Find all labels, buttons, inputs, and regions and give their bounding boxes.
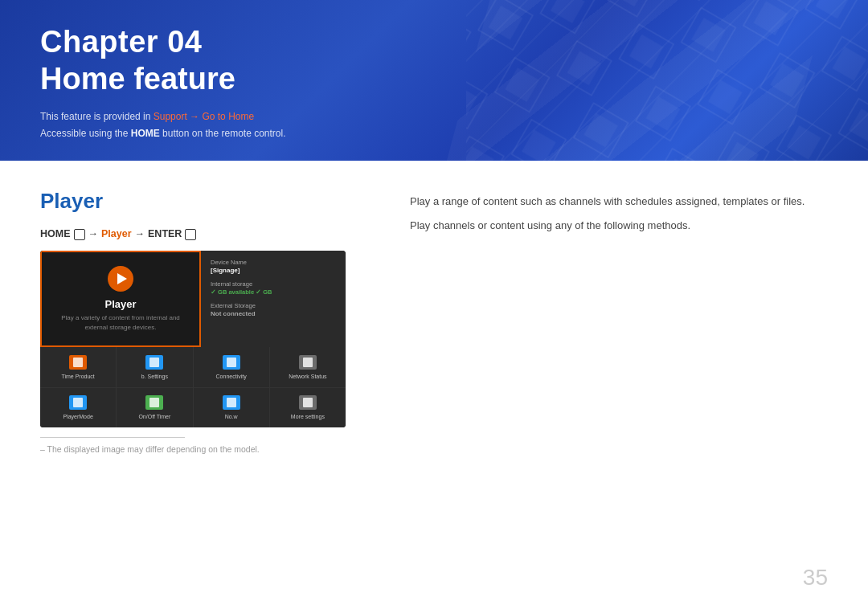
screen-top: Player Play a variety of content from in… <box>40 251 346 347</box>
menu-icon <box>69 355 87 370</box>
right-text-line2: Play channels or content using any of th… <box>410 217 828 235</box>
right-column: Play a range of content such as channels… <box>410 189 828 454</box>
menu-icon <box>299 355 317 370</box>
internal-storage-label: Internal storage <box>211 280 336 288</box>
enter-icon <box>185 229 196 240</box>
player-panel: Player Play a variety of content from in… <box>40 251 201 347</box>
nav-enter-label: ENTER <box>148 228 182 239</box>
menu-label: Network Status <box>289 374 326 379</box>
desc-link: Support → Go to Home <box>154 111 254 122</box>
menu-icon-inner <box>149 358 159 367</box>
mockup-player-sub: Play a variety of content from internal … <box>54 313 187 331</box>
desc-accessible: Accessible using the <box>40 128 131 139</box>
menu-label: On/Off Timer <box>138 414 170 419</box>
device-name-item: Device Name [Signage] <box>211 259 336 274</box>
menu-icon <box>223 355 240 370</box>
info-panel: Device Name [Signage] Internal storage ✓… <box>201 251 346 347</box>
menu-icon-inner <box>73 398 83 407</box>
menu-label: PlayerMode <box>63 414 92 419</box>
desc-prefix: This feature is provided in <box>40 111 154 122</box>
external-storage-value: Not connected <box>211 310 336 317</box>
menu-item: Connectivity <box>194 347 269 387</box>
menu-icon <box>299 395 317 410</box>
section-title: Player <box>40 189 362 214</box>
main-content: Player HOME → Player → ENTER Player Play… <box>0 161 868 478</box>
menu-icon <box>145 355 163 370</box>
menu-item: PlayerMode <box>40 388 116 428</box>
mockup-player-label: Player <box>104 298 136 310</box>
home-icon <box>74 229 85 240</box>
internal-storage-value: ✓ GB available ✓ GB <box>211 288 336 296</box>
menu-icon <box>223 395 240 410</box>
left-column: Player HOME → Player → ENTER Player Play… <box>40 189 362 454</box>
menu-item: More settings <box>270 388 346 428</box>
menu-item: No.w <box>194 388 269 428</box>
right-text-line1: Play a range of content such as channels… <box>410 193 828 210</box>
svg-rect-2 <box>466 0 868 161</box>
menu-item: On/Off Timer <box>117 388 192 428</box>
header-banner: Chapter 04 Home feature This feature is … <box>0 0 868 161</box>
page-number: 35 <box>803 565 828 591</box>
menu-item: Network Status <box>270 347 346 387</box>
play-icon-circle <box>108 266 133 292</box>
menu-label: b. Settings <box>141 374 168 379</box>
footnote: – The displayed image may differ dependi… <box>40 444 362 454</box>
desc-home-bold: HOME <box>131 128 160 139</box>
chapter-title: Home feature <box>40 61 828 98</box>
menu-icon <box>145 395 163 410</box>
device-name-label: Device Name <box>211 259 336 266</box>
screen-menu-grid: Time Productb. SettingsConnectivityNetwo… <box>40 347 346 427</box>
header-description: This feature is provided in Support → Go… <box>40 108 828 141</box>
menu-item: b. Settings <box>117 347 192 387</box>
nav-arrow-1: → <box>88 228 99 239</box>
internal-storage-item: Internal storage ✓ GB available ✓ GB <box>211 280 336 296</box>
nav-instruction: HOME → Player → ENTER <box>40 228 362 239</box>
nav-home-label: HOME <box>40 228 71 239</box>
menu-label: No.w <box>225 414 238 419</box>
external-storage-item: External Storage Not connected <box>211 302 336 317</box>
desc-suffix: button on the remote control. <box>160 128 286 139</box>
menu-label: Time Product <box>61 374 94 379</box>
menu-icon-inner <box>303 358 313 367</box>
menu-item: Time Product <box>40 347 116 387</box>
menu-icon-inner <box>227 398 236 407</box>
nav-player-label: Player <box>101 228 132 239</box>
menu-icon-inner <box>149 398 159 407</box>
menu-label: More settings <box>291 414 325 419</box>
play-triangle-icon <box>117 273 127 284</box>
chapter-number: Chapter 04 <box>40 26 828 59</box>
menu-icon-inner <box>73 358 83 367</box>
menu-icon-inner <box>227 358 236 367</box>
screen-mockup: Player Play a variety of content from in… <box>40 251 346 427</box>
menu-icon-inner <box>303 398 313 407</box>
nav-arrow-2: → <box>135 228 145 239</box>
menu-label: Connectivity <box>216 374 247 379</box>
device-name-value: [Signage] <box>211 267 336 274</box>
divider-line <box>40 437 185 438</box>
menu-icon <box>69 395 87 410</box>
external-storage-label: External Storage <box>211 302 336 309</box>
diamond-pattern <box>466 0 868 161</box>
